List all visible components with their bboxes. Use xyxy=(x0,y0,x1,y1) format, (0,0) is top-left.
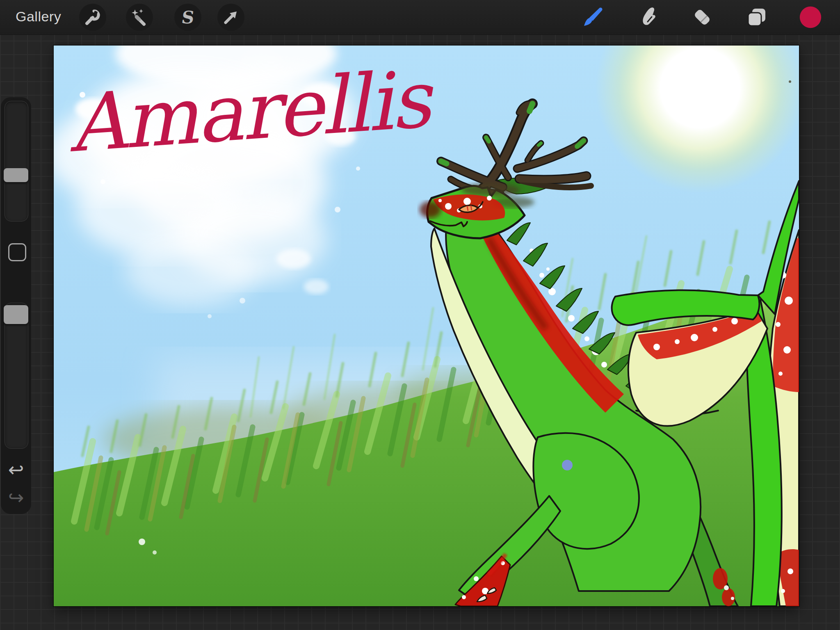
brush-sidebar: ↩ ↪ xyxy=(1,97,31,514)
redo-button[interactable]: ↪ xyxy=(1,487,31,508)
drawing-canvas[interactable]: Amarellis xyxy=(54,46,799,606)
gallery-button[interactable]: Gallery xyxy=(16,0,61,34)
top-toolbar: Gallery S xyxy=(0,0,840,35)
undo-button[interactable]: ↩ xyxy=(1,459,31,480)
smudge-finger-icon xyxy=(637,6,659,28)
adjustments-magic-wand-icon xyxy=(130,8,149,27)
brush-size-handle[interactable] xyxy=(4,168,28,182)
brush-opacity-handle[interactable] xyxy=(4,305,28,324)
paint-brush-icon xyxy=(582,6,604,28)
brush-size-slider[interactable] xyxy=(5,101,28,221)
modify-button[interactable] xyxy=(8,243,26,261)
brush-tool-button[interactable] xyxy=(581,6,604,29)
color-swatch xyxy=(799,5,822,30)
eraser-tool-button[interactable] xyxy=(691,6,714,29)
artwork-dragon-in-meadow: Amarellis xyxy=(54,46,799,606)
app-screen: { "toolbar": { "gallery_label": "Gallery… xyxy=(0,0,840,630)
color-button[interactable] xyxy=(799,6,822,29)
hip-dot xyxy=(562,460,573,470)
actions-button[interactable] xyxy=(79,4,106,31)
transform-arrow-icon xyxy=(222,8,240,26)
selection-icon: S xyxy=(180,7,195,27)
layers-icon xyxy=(746,6,768,28)
eraser-icon xyxy=(691,6,713,28)
selection-button[interactable]: S xyxy=(174,4,201,31)
smudge-tool-button[interactable] xyxy=(637,6,660,29)
adjustments-button[interactable] xyxy=(126,4,153,31)
layers-button[interactable] xyxy=(745,6,768,29)
actions-wrench-icon xyxy=(84,8,102,26)
brush-opacity-slider[interactable] xyxy=(5,303,28,449)
transform-button[interactable] xyxy=(217,4,244,31)
